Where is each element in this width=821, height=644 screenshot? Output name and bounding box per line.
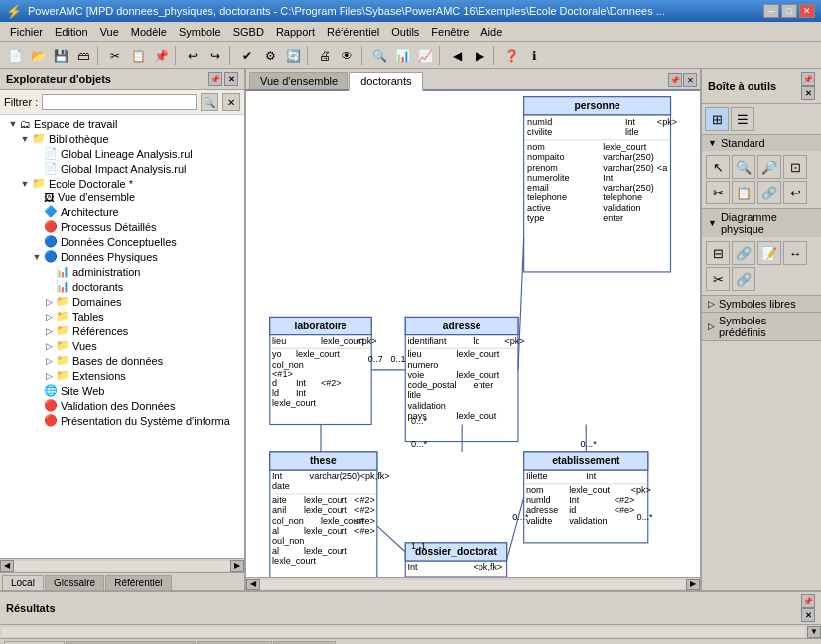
expand-dom[interactable]: ▷ [42, 297, 56, 307]
link2-tool[interactable]: 🔗 [732, 267, 755, 291]
menu-sgbd[interactable]: SGBD [227, 24, 270, 40]
diagram-close-button[interactable]: ✕ [683, 73, 697, 87]
reverse-button[interactable]: 🔄 [282, 45, 304, 66]
results-close-button[interactable]: ✕ [801, 608, 815, 622]
cut2-tool[interactable]: ✂ [706, 267, 730, 291]
tree-doctorants[interactable]: 📊 doctorants [0, 279, 244, 294]
tree-siteweb[interactable]: 🌐 Site Web [0, 383, 244, 398]
tree-validation[interactable]: 🔴 Validation des Données [0, 398, 244, 413]
tree-references[interactable]: ▷ 📁 Références [0, 323, 244, 338]
menu-aide[interactable]: Aide [475, 24, 508, 40]
diagram-pin-button[interactable]: 📌 [668, 73, 682, 87]
expand-bibliotheque[interactable]: ▼ [18, 134, 32, 144]
check-button[interactable]: ✔ [236, 45, 258, 66]
filter-input[interactable] [42, 94, 197, 110]
paste-tool[interactable]: 📋 [732, 181, 755, 204]
menu-fenetre[interactable]: Fenêtre [425, 24, 475, 40]
menu-vue[interactable]: Vue [94, 24, 125, 40]
tree-administration[interactable]: 📊 administration [0, 264, 244, 279]
paste-button[interactable]: 📌 [150, 45, 172, 66]
tree-ecole[interactable]: ▼ 📁 Ecole Doctorale * [0, 176, 244, 191]
entity-personnes[interactable]: personne numIdInt<pk> cIvilitelitle noml… [524, 97, 677, 272]
zoom-out-tool[interactable]: 🔎 [757, 155, 781, 179]
predef-section-header[interactable]: ▷ Symboles prédéfinis [702, 313, 821, 340]
expand-vues[interactable]: ▷ [42, 341, 56, 351]
find-button[interactable]: 🔍 [368, 45, 390, 66]
tree-presentation[interactable]: 🔴 Présentation du Système d'informa [0, 413, 244, 428]
list-view-button[interactable]: ☰ [731, 107, 754, 131]
center-scrollbar[interactable]: ◀ ▶ [246, 577, 700, 590]
toolbox-close-button[interactable]: ✕ [801, 86, 815, 100]
about-button[interactable]: ℹ [523, 45, 545, 66]
tree-bibliotheque[interactable]: ▼ 📁 Bibliothèque [0, 131, 244, 146]
tab-referentiel[interactable]: Référentiel [105, 575, 171, 590]
table-tool[interactable]: ⊟ [706, 241, 730, 265]
tree-donnees-conceptuelles[interactable]: 🔵 Données Conceptuelles [0, 234, 244, 249]
lineage-button[interactable]: 📈 [414, 45, 436, 66]
zoom-in-tool[interactable]: 🔍 [732, 155, 755, 179]
scroll-left[interactable]: ◀ [0, 560, 14, 572]
expand-ecole[interactable]: ▼ [18, 179, 32, 189]
tab-local[interactable]: Local [2, 575, 44, 590]
maximize-button[interactable]: □ [781, 4, 797, 18]
menu-fichier[interactable]: Fichier [4, 24, 49, 40]
tree-lineage[interactable]: 📄 Global Lineage Analysis.rul [0, 146, 244, 161]
ref-tool[interactable]: 🔗 [732, 241, 755, 265]
cut-tool[interactable]: ✂ [706, 181, 730, 204]
tree-domaines[interactable]: ▷ 📁 Domaines [0, 294, 244, 309]
filter-clear-button[interactable]: ✕ [222, 93, 240, 111]
explorer-scrollbar[interactable]: ◀ ▶ [0, 558, 244, 572]
redo-button[interactable]: ↪ [205, 45, 226, 66]
entity-etablissement[interactable]: etablissement IiletteInt nomlexle_cout<p… [524, 452, 651, 543]
grid-view-button[interactable]: ⊞ [705, 107, 729, 131]
filter-apply-button[interactable]: 🔍 [201, 93, 218, 111]
print-button[interactable]: 🖨 [314, 45, 336, 66]
tree-processus[interactable]: 🔴 Processus Détaillés [0, 219, 244, 234]
expand-ext[interactable]: ▷ [42, 371, 56, 381]
tree-workspace[interactable]: ▼ 🗂 Espace de travail [0, 117, 244, 131]
menu-modele[interactable]: Modèle [125, 24, 173, 40]
menu-outils[interactable]: Outils [385, 24, 425, 40]
results-vscrollbar[interactable]: ▼ [0, 625, 821, 639]
diagram-section-header[interactable]: ▼ Diagramme physique [702, 209, 821, 237]
forward-button[interactable]: ▶ [469, 45, 490, 66]
tab-doctorants[interactable]: doctorants [349, 72, 422, 91]
standard-section-header[interactable]: ▼ Standard [702, 135, 821, 151]
tree-tables[interactable]: ▷ 📁 Tables [0, 309, 244, 323]
save-all-button[interactable]: 🗃 [72, 45, 94, 66]
impact-button[interactable]: 📊 [391, 45, 413, 66]
explorer-close-button[interactable]: ✕ [224, 72, 238, 86]
tree-vues[interactable]: ▷ 📁 Vues [0, 338, 244, 353]
menu-rapport[interactable]: Rapport [270, 24, 321, 40]
scroll-right-center[interactable]: ▶ [686, 579, 700, 590]
entity-these[interactable]: these Intvarchar(250)<pk,fk> date aitele… [270, 452, 390, 577]
open-button[interactable]: 📂 [27, 45, 49, 66]
tree-extensions[interactable]: ▷ 📁 Extensions [0, 368, 244, 383]
gen-button[interactable]: ⚙ [259, 45, 281, 66]
expand-bases[interactable]: ▷ [42, 356, 56, 366]
results-pin-button[interactable]: 📌 [801, 594, 815, 608]
results-scroll-down[interactable]: ▼ [807, 626, 821, 638]
back-button[interactable]: ◀ [446, 45, 468, 66]
scroll-right[interactable]: ▶ [230, 560, 244, 572]
close-button[interactable]: ✕ [799, 4, 815, 18]
tree-architecture[interactable]: 🔷 Architecture [0, 204, 244, 219]
free-section-header[interactable]: ▷ Symboles libres [702, 296, 821, 312]
tab-vue-ensemble[interactable]: Vue d'ensemble [249, 72, 348, 89]
arrow-tool[interactable]: ↩ [783, 181, 807, 204]
help-button[interactable]: ❓ [500, 45, 522, 66]
save-button[interactable]: 💾 [50, 45, 71, 66]
view-tool[interactable]: 📝 [757, 241, 781, 265]
tree-bases[interactable]: ▷ 📁 Bases de données [0, 353, 244, 368]
menu-edition[interactable]: Edition [49, 24, 94, 40]
tree-impact[interactable]: 📄 Global Impact Analysis.rul [0, 161, 244, 176]
cut-button[interactable]: ✂ [104, 45, 126, 66]
tree-donnees-physiques[interactable]: ▼ 🔵 Données Physiques [0, 249, 244, 264]
zoom-fit-tool[interactable]: ⊡ [783, 155, 807, 179]
menu-symbole[interactable]: Symbole [173, 24, 227, 40]
expand-dp[interactable]: ▼ [30, 252, 44, 262]
viewref-tool[interactable]: ↔ [783, 241, 807, 265]
expand-refs[interactable]: ▷ [42, 326, 56, 336]
expand-tables[interactable]: ▷ [42, 312, 56, 322]
tab-glossaire[interactable]: Glossaire [45, 575, 104, 590]
